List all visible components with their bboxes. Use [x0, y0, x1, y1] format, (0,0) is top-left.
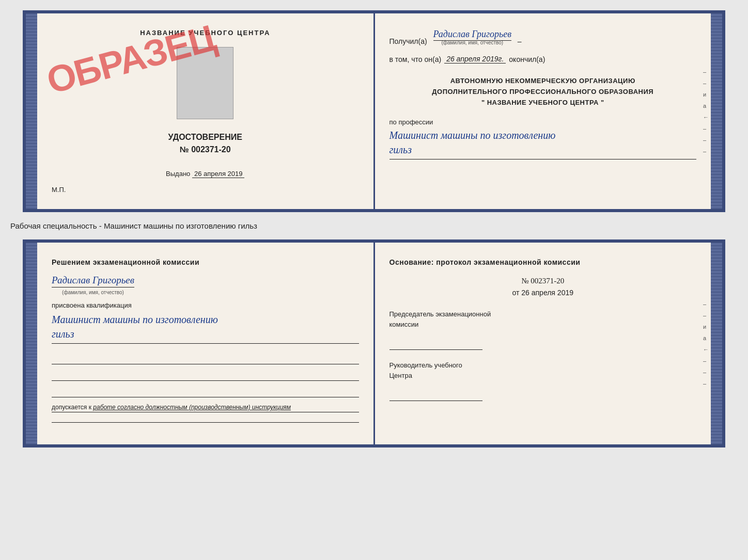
bottom-fio-sublabel: (фамилия, имя, отчество) [52, 290, 134, 295]
issued-date: 26 апреля 2019 [192, 170, 245, 178]
cert-number: № 002371-20 [52, 145, 359, 154]
basis-title: Основание: протокол экзаменационной коми… [389, 258, 697, 266]
bottom-document: Решением экзаменационной комиссии Радисл… [23, 239, 725, 447]
date-suffix: окончил(а) [509, 55, 545, 63]
head-label2: Центра [389, 371, 697, 381]
bottom-spine-left [26, 243, 37, 444]
date-value: 26 апреля 2019г. [444, 55, 506, 63]
caption-line: Рабочая специальность - Машинист машины … [10, 221, 257, 230]
qualification-value-text: Машинист машины по изготовлению [52, 314, 218, 325]
side-marks: – – и а ← – – – [703, 69, 709, 154]
top-left-panel: НАЗВАНИЕ УЧЕБНОГО ЦЕНТРА ОБРАЗЕЦ УДОСТОВ… [37, 13, 375, 209]
spine-right [711, 13, 722, 209]
bottom-right-panel: Основание: протокол экзаменационной коми… [375, 243, 711, 444]
bottom-left-panel: Решением экзаменационной комиссии Радисл… [37, 243, 375, 444]
org-line3: " НАЗВАНИЕ УЧЕБНОГО ЦЕНТРА " [389, 98, 697, 108]
spine-left [26, 13, 37, 209]
qualification-value: Машинист машины по изготовлению гильз [52, 312, 359, 344]
org-block: АВТОНОМНУЮ НЕКОММЕРЧЕСКУЮ ОРГАНИЗАЦИЮ ДО… [389, 76, 697, 108]
recipient-name: Радислав Григорьев [433, 29, 512, 41]
recipient-line: Получил(а) Радислав Григорьев (фамилия, … [389, 29, 697, 45]
blank-line-4 [52, 412, 359, 423]
cert-title: УДОСТОВЕРЕНИЕ [52, 133, 359, 142]
top-right-panel: Получил(а) Радислав Григорьев (фамилия, … [375, 13, 711, 209]
blank-line-2 [52, 371, 359, 381]
protocol-date: от 26 апреля 2019 [389, 289, 697, 297]
chairman-label: Председатель экзаменационной [389, 309, 697, 319]
chairman-label2: комиссии [389, 319, 697, 330]
allowed-block: допускается к работе согласно должностны… [52, 404, 359, 412]
allowed-text: работе согласно должностным (производств… [93, 404, 291, 411]
blank-line-3 [52, 387, 359, 397]
head-block: Руководитель учебного Центра [389, 360, 697, 380]
profession-value: Машинист машины по изготовлению гильз [389, 128, 697, 159]
bottom-spine-right [711, 243, 722, 444]
chairman-sig-line [389, 340, 482, 350]
top-label: НАЗВАНИЕ УЧЕБНОГО ЦЕНТРА [52, 29, 359, 37]
received-label: Получил(а) [389, 37, 427, 45]
profession-label: по профессии [389, 118, 697, 126]
assigned-label: присвоена квалификация [52, 301, 359, 309]
top-document: НАЗВАНИЕ УЧЕБНОГО ЦЕНТРА ОБРАЗЕЦ УДОСТОВ… [23, 10, 725, 212]
protocol-number: № 002371-20 [389, 277, 697, 285]
issued-label: Выдано [166, 170, 190, 178]
profession-value-text: Машинист машины по изготовлению [389, 130, 556, 141]
head-sig-line [389, 391, 482, 401]
photo-placeholder [177, 47, 233, 119]
head-label: Руководитель учебного [389, 360, 697, 371]
date-line: в том, что он(а) 26 апреля 2019г. окончи… [389, 55, 697, 63]
date-prefix: в том, что он(а) [389, 55, 442, 63]
chairman-block: Председатель экзаменационной комиссии [389, 309, 697, 329]
protocol-date-prefix: от [512, 289, 519, 297]
bottom-side-marks: – – и а ← – – – [703, 301, 709, 387]
blank-line-1 [52, 354, 359, 364]
bottom-section-title: Решением экзаменационной комиссии [52, 258, 359, 266]
mp-label: М.П. [52, 186, 359, 194]
org-line1: АВТОНОМНУЮ НЕКОММЕРЧЕСКУЮ ОРГАНИЗАЦИЮ [389, 76, 697, 87]
qualification-value2-text: гильз [52, 328, 74, 340]
profession-value2-text: гильз [389, 144, 412, 155]
protocol-date-value: 26 апреля 2019 [521, 289, 573, 297]
cert-issued: Выдано 26 апреля 2019 [52, 170, 359, 178]
allowed-prefix: допускается к [52, 404, 91, 411]
qualifier-name: Радислав Григорьев [52, 275, 134, 287]
org-line2: ДОПОЛНИТЕЛЬНОГО ПРОФЕССИОНАЛЬНОГО ОБРАЗО… [389, 87, 697, 98]
